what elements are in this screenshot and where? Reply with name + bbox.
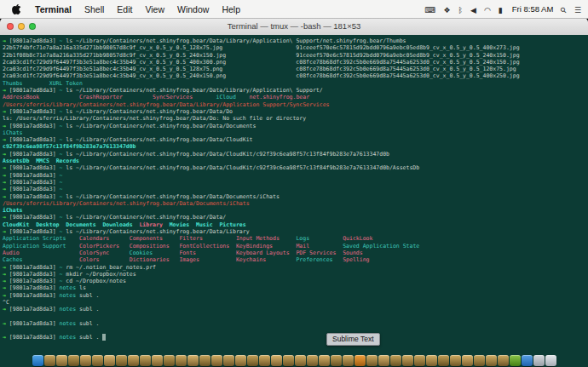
terminal-line bbox=[3, 327, 588, 334]
app-icon[interactable] bbox=[450, 355, 461, 366]
app-icon[interactable] bbox=[390, 355, 401, 366]
app-icon-blue[interactable] bbox=[522, 355, 533, 366]
app-icon[interactable] bbox=[211, 355, 222, 366]
app-icon[interactable] bbox=[283, 355, 294, 366]
terminal-line: AssetsDb MMCS Records bbox=[3, 158, 588, 164]
app-icon[interactable] bbox=[402, 355, 413, 366]
wifi-icon[interactable]: ◠ bbox=[484, 6, 491, 14]
terminal-line: → [9801a7ad8da3] ~ ls ~/Library/Containe… bbox=[3, 193, 588, 200]
app-icon[interactable] bbox=[223, 355, 234, 366]
terminal-line: 22b57f4bfc71e7a8a216a335d271bb98057d8c9f… bbox=[3, 44, 588, 51]
app-icon[interactable] bbox=[176, 355, 187, 366]
menu-window[interactable]: Window bbox=[177, 4, 209, 14]
trash-icon[interactable] bbox=[545, 355, 556, 366]
menu-help[interactable]: Help bbox=[222, 4, 240, 14]
terminal-line: CloudKit Desktop Documents Downloads Lib… bbox=[3, 221, 588, 228]
app-icon[interactable] bbox=[259, 355, 270, 366]
app-icon[interactable] bbox=[152, 355, 163, 366]
app-icon[interactable] bbox=[44, 355, 55, 366]
terminal-line: → [9801a7ad8da3] ~ ls ~/Library/Containe… bbox=[3, 164, 588, 171]
terminal-line: → [9801a7ad8da3] ~ bbox=[3, 179, 588, 186]
terminal-window: Terminal — tmux — -bash — 181×53 → [9801… bbox=[0, 18, 588, 367]
sublime-text-icon[interactable] bbox=[355, 355, 366, 366]
minimize-button[interactable] bbox=[18, 23, 25, 30]
app-icon[interactable] bbox=[116, 355, 127, 366]
app-icon[interactable] bbox=[199, 355, 210, 366]
terminal-line: → [9801a7ad8da3] ~ rm ~/.notion_bear_not… bbox=[3, 264, 588, 271]
app-icon[interactable] bbox=[307, 355, 318, 366]
terminal-line: → [9801a7ad8da3] ~ ls ~/Library/Containe… bbox=[3, 214, 588, 221]
terminal-line: → [9801a7ad8da3] ~ ls ~/Library/Containe… bbox=[3, 37, 588, 44]
terminal-line: /Users/sferris/Library/Containers/net.sh… bbox=[3, 200, 588, 207]
terminal-line: Application Support ColorPickers Composi… bbox=[3, 243, 588, 249]
notification-center-icon[interactable]: ☰ bbox=[574, 6, 581, 14]
menu-view[interactable]: View bbox=[145, 4, 164, 14]
screen: TerminalShellEditViewWindowHelp ⌨❖ᛒ◀◠▮ F… bbox=[0, 0, 588, 367]
app-icon[interactable] bbox=[366, 355, 378, 366]
terminal-line: → [9801a7ad8da3] ~ bbox=[3, 186, 588, 192]
app-icon[interactable] bbox=[271, 355, 282, 366]
close-button[interactable] bbox=[7, 23, 14, 30]
app-icon[interactable] bbox=[414, 355, 425, 366]
terminal-line: → [9801a7ad8da3] notes subl . bbox=[3, 292, 588, 299]
window-title-bar[interactable]: Terminal — tmux — -bash — 181×53 bbox=[0, 18, 588, 36]
terminal-line: → [9801a7ad8da3] ~ ls ~/Library/Containe… bbox=[3, 87, 588, 94]
app-icon[interactable] bbox=[319, 355, 330, 366]
terminal-line: 2ca03cd1fc729d9f64497f3b3e51a8bec4c35b49… bbox=[3, 59, 588, 66]
right-icons: ⚲☰ bbox=[553, 4, 581, 14]
terminal-line: → [9801a7ad8da3] notes subl . bbox=[3, 306, 588, 313]
app-icon[interactable] bbox=[486, 355, 497, 366]
spotlight-icon[interactable]: ⚲ bbox=[559, 5, 569, 15]
menu-bar-clock[interactable]: Fri 8:58 AM bbox=[512, 4, 554, 14]
app-icon[interactable] bbox=[104, 355, 115, 366]
zoom-button[interactable] bbox=[29, 23, 36, 30]
app-icon[interactable] bbox=[331, 355, 342, 366]
status-icons: ⌨❖ᛒ◀◠▮ bbox=[418, 4, 503, 14]
app-icon[interactable] bbox=[378, 355, 389, 366]
window-title: Terminal — tmux — -bash — 181×53 bbox=[0, 18, 588, 35]
app-icon[interactable] bbox=[295, 355, 306, 366]
app-icon[interactable] bbox=[187, 355, 199, 366]
app-icon-green[interactable] bbox=[510, 355, 521, 366]
terminal-line: → [9801a7ad8da3] ~ bbox=[3, 172, 588, 179]
terminal-line: Caches Colors Dictionaries Images Keycha… bbox=[3, 256, 588, 263]
bluetooth-icon[interactable]: ᛒ bbox=[458, 6, 463, 14]
app-icon[interactable] bbox=[92, 355, 103, 366]
app-icon[interactable] bbox=[426, 355, 437, 366]
terminal-line: iChats bbox=[3, 129, 588, 136]
app-icon[interactable] bbox=[462, 355, 473, 366]
terminal-line: → [9801a7ad8da3] notes subl . bbox=[3, 334, 588, 341]
system-preferences-icon[interactable] bbox=[533, 355, 545, 366]
dropbox-icon[interactable]: ❖ bbox=[444, 6, 451, 14]
app-icon[interactable] bbox=[56, 355, 67, 366]
battery-icon[interactable]: ▮ bbox=[499, 6, 503, 14]
terminal-output[interactable]: → [9801a7ad8da3] ~ ls ~/Library/Containe… bbox=[0, 35, 588, 367]
menu-terminal[interactable]: Terminal bbox=[35, 4, 72, 14]
app-icon[interactable] bbox=[140, 355, 151, 366]
menu-edit[interactable]: Edit bbox=[117, 4, 132, 14]
keyboard-icon[interactable]: ⌨ bbox=[425, 6, 436, 14]
menu-shell[interactable]: Shell bbox=[84, 4, 104, 14]
terminal-line: Application Scripts Calendars Components… bbox=[3, 235, 588, 242]
app-icon[interactable] bbox=[128, 355, 139, 366]
apple-icon[interactable] bbox=[12, 3, 21, 14]
app-icon[interactable] bbox=[235, 355, 246, 366]
app-icon[interactable] bbox=[68, 355, 79, 366]
terminal-line: → [9801a7ad8da3] ~ mkdir ~/Dropbox/notes bbox=[3, 271, 588, 278]
app-icon[interactable] bbox=[498, 355, 509, 366]
terminal-line: iChats bbox=[3, 207, 588, 214]
volume-icon[interactable]: ◀ bbox=[470, 6, 476, 14]
app-icon[interactable] bbox=[247, 355, 258, 366]
app-icon[interactable] bbox=[164, 355, 175, 366]
terminal-line: → [9801a7ad8da3] notes ls bbox=[3, 284, 588, 291]
menu-items: TerminalShellEditViewWindowHelp bbox=[25, 4, 240, 14]
terminal-line: AddressBook CrashReporter SyncServices i… bbox=[3, 94, 588, 100]
window-controls bbox=[7, 23, 36, 30]
menu-bar: TerminalShellEditViewWindowHelp ⌨❖ᛒ◀◠▮ F… bbox=[0, 0, 588, 19]
dock bbox=[0, 354, 588, 366]
app-icon[interactable] bbox=[80, 355, 91, 366]
app-icon[interactable] bbox=[438, 355, 449, 366]
finder-icon[interactable] bbox=[32, 355, 43, 366]
app-icon[interactable] bbox=[474, 355, 485, 366]
app-icon[interactable] bbox=[343, 355, 354, 366]
